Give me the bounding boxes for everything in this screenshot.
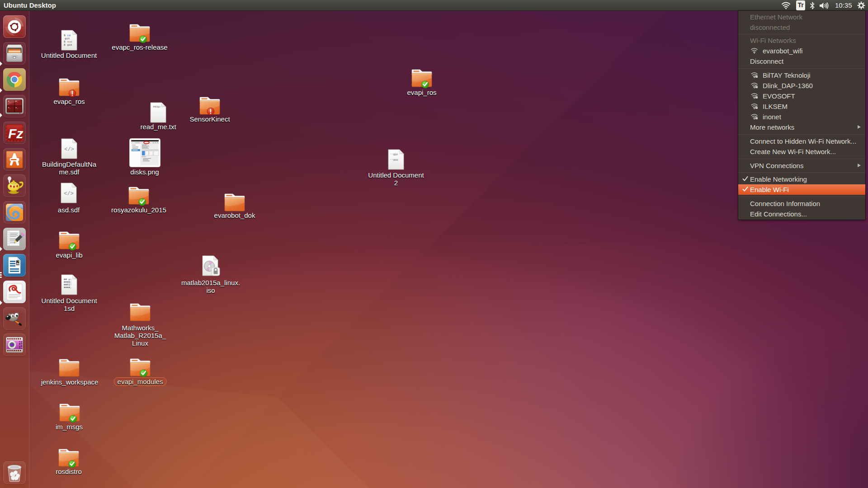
svg-text:$ git: $ git bbox=[64, 43, 72, 47]
svg-text:$ cd: $ cd bbox=[64, 34, 71, 37]
svg-text:''BDF: ''BDF bbox=[390, 153, 398, 156]
svg-text:>_: >_ bbox=[8, 107, 11, 109]
svg-text:git: git bbox=[65, 37, 70, 40]
svg-text:>_: >_ bbox=[15, 107, 19, 109]
svg-text:</>: </> bbox=[64, 146, 74, 153]
svg-text:Fz: Fz bbox=[8, 126, 23, 141]
svg-text:</>: </> bbox=[64, 191, 74, 197]
svg-text:''ROS: ''ROS bbox=[390, 159, 398, 162]
svg-text:http:: http: bbox=[153, 105, 161, 108]
svg-text:####;: ####; bbox=[64, 286, 71, 289]
svg-text:$ suc: $ suc bbox=[64, 40, 72, 43]
